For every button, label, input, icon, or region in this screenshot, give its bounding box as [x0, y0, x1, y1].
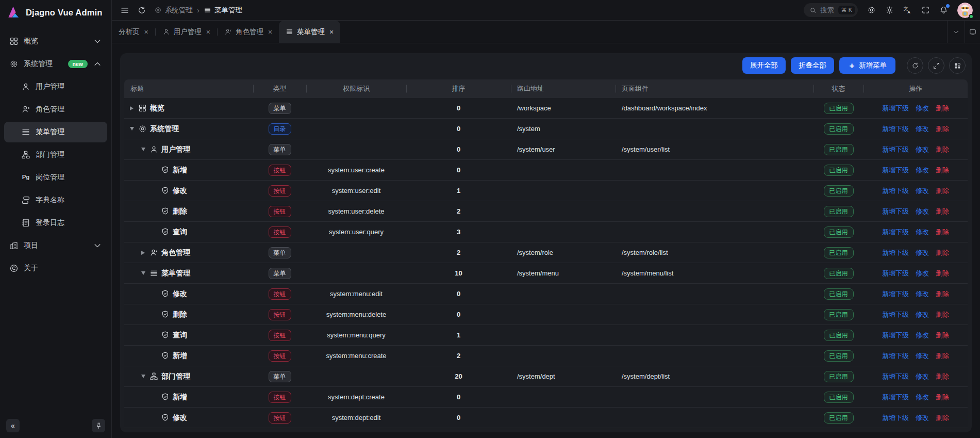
- action-add-child[interactable]: 新增下级: [882, 104, 909, 113]
- tab-analytics[interactable]: 分析页×: [112, 21, 155, 43]
- action-edit[interactable]: 修改: [916, 248, 929, 257]
- expand-toggle[interactable]: [140, 375, 146, 378]
- breadcrumb-item-system[interactable]: 系统管理: [154, 6, 193, 15]
- notifications-button[interactable]: [939, 6, 948, 14]
- expand-toggle[interactable]: [128, 106, 135, 110]
- action-delete[interactable]: 删除: [936, 104, 949, 113]
- tab-roles[interactable]: 角色管理×: [218, 21, 279, 43]
- action-delete[interactable]: 删除: [936, 331, 949, 340]
- menu-icon: [286, 28, 293, 36]
- action-add-child[interactable]: 新增下级: [882, 372, 909, 381]
- action-add-child[interactable]: 新增下级: [882, 331, 909, 340]
- sidebar-item-login-logs[interactable]: 登录日志: [4, 213, 107, 233]
- add-menu-button[interactable]: + 新增菜单: [839, 57, 895, 74]
- action-edit[interactable]: 修改: [916, 145, 929, 154]
- action-add-child[interactable]: 新增下级: [882, 124, 909, 134]
- fullscreen-button[interactable]: [921, 6, 930, 14]
- action-delete[interactable]: 删除: [936, 351, 949, 361]
- language-button[interactable]: 文A: [903, 6, 912, 14]
- action-delete[interactable]: 删除: [936, 166, 949, 175]
- action-edit[interactable]: 修改: [916, 104, 929, 113]
- user-avatar[interactable]: [957, 3, 973, 18]
- action-edit[interactable]: 修改: [916, 372, 929, 381]
- action-add-child[interactable]: 新增下级: [882, 310, 909, 319]
- sidebar-item-positions[interactable]: Pg岗位管理: [4, 167, 107, 188]
- expand-toggle[interactable]: [140, 271, 146, 275]
- row-shield-icon: [161, 413, 170, 422]
- action-edit[interactable]: 修改: [916, 413, 929, 423]
- action-add-child[interactable]: 新增下级: [882, 248, 909, 257]
- action-edit[interactable]: 修改: [916, 289, 929, 299]
- action-edit[interactable]: 修改: [916, 351, 929, 361]
- tab-menus[interactable]: 菜单管理×: [279, 21, 340, 43]
- action-edit[interactable]: 修改: [916, 269, 929, 278]
- action-delete[interactable]: 删除: [936, 372, 949, 381]
- action-delete[interactable]: 删除: [936, 269, 949, 278]
- sidebar-item-projects[interactable]: 项目: [4, 235, 107, 256]
- sidebar-item-menus[interactable]: 菜单管理: [4, 122, 107, 142]
- sidebar-item-roles[interactable]: 角色管理: [4, 99, 107, 120]
- page-refresh-button[interactable]: [137, 6, 146, 15]
- action-delete[interactable]: 删除: [936, 310, 949, 319]
- action-delete[interactable]: 删除: [936, 228, 949, 237]
- action-delete[interactable]: 删除: [936, 289, 949, 299]
- action-edit[interactable]: 修改: [916, 124, 929, 134]
- content-maximize-button[interactable]: [965, 21, 980, 43]
- action-edit[interactable]: 修改: [916, 393, 929, 402]
- action-delete[interactable]: 删除: [936, 186, 949, 196]
- action-edit[interactable]: 修改: [916, 331, 929, 340]
- sidebar-item-about[interactable]: 关于: [4, 258, 107, 279]
- action-add-child[interactable]: 新增下级: [882, 228, 909, 237]
- tab-users[interactable]: 用户管理×: [156, 21, 217, 43]
- sidebar-item-overview[interactable]: 概览: [4, 31, 107, 52]
- expand-toggle[interactable]: [140, 148, 146, 151]
- sidebar-item-dictionary[interactable]: 字典名称: [4, 190, 107, 210]
- sidebar-item-departments[interactable]: 部门管理: [4, 144, 107, 165]
- logo[interactable]: Djagno Vue Admin: [0, 0, 111, 25]
- action-delete[interactable]: 删除: [936, 124, 949, 134]
- action-delete[interactable]: 删除: [936, 145, 949, 154]
- action-edit[interactable]: 修改: [916, 166, 929, 175]
- action-edit[interactable]: 修改: [916, 207, 929, 216]
- tabs-dropdown-button[interactable]: [947, 21, 965, 43]
- action-delete[interactable]: 删除: [936, 413, 949, 423]
- breadcrumb-item-menus[interactable]: 菜单管理: [204, 6, 242, 15]
- expand-all-button[interactable]: 展开全部: [742, 57, 786, 74]
- sidebar-pin-button[interactable]: [92, 419, 105, 432]
- action-add-child[interactable]: 新增下级: [882, 166, 909, 175]
- expand-toggle[interactable]: [128, 127, 135, 131]
- settings-button[interactable]: [867, 6, 876, 14]
- column-settings-button[interactable]: [949, 57, 966, 74]
- row-menu-icon: [150, 269, 158, 278]
- action-edit[interactable]: 修改: [916, 186, 929, 196]
- theme-toggle-button[interactable]: [885, 6, 894, 14]
- action-add-child[interactable]: 新增下级: [882, 393, 909, 402]
- action-add-child[interactable]: 新增下级: [882, 207, 909, 216]
- tab-close-icon[interactable]: ×: [329, 28, 334, 36]
- action-edit[interactable]: 修改: [916, 228, 929, 237]
- action-add-child[interactable]: 新增下级: [882, 351, 909, 361]
- table-refresh-button[interactable]: [907, 57, 923, 74]
- global-search[interactable]: 搜索 ⌘ K: [804, 3, 858, 17]
- action-delete[interactable]: 删除: [936, 393, 949, 402]
- tab-close-icon[interactable]: ×: [144, 28, 148, 36]
- action-delete[interactable]: 删除: [936, 248, 949, 257]
- tab-close-icon[interactable]: ×: [268, 28, 272, 36]
- collapse-all-button[interactable]: 折叠全部: [791, 57, 834, 74]
- action-delete[interactable]: 删除: [936, 207, 949, 216]
- sidebar-item-label: 项目: [24, 241, 38, 250]
- action-add-child[interactable]: 新增下级: [882, 186, 909, 196]
- action-add-child[interactable]: 新增下级: [882, 269, 909, 278]
- sidebar-item-system[interactable]: 系统管理new: [4, 54, 107, 74]
- tab-close-icon[interactable]: ×: [206, 28, 210, 36]
- status-badge: 已启用: [824, 330, 854, 341]
- sidebar-collapse-button[interactable]: «: [6, 419, 20, 432]
- table-fullscreen-button[interactable]: [928, 57, 944, 74]
- sidebar-toggle-button[interactable]: [120, 6, 129, 15]
- action-add-child[interactable]: 新增下级: [882, 145, 909, 154]
- sidebar-item-users[interactable]: 用户管理: [4, 76, 107, 97]
- action-add-child[interactable]: 新增下级: [882, 413, 909, 423]
- action-add-child[interactable]: 新增下级: [882, 289, 909, 299]
- expand-toggle[interactable]: [140, 251, 146, 255]
- action-edit[interactable]: 修改: [916, 310, 929, 319]
